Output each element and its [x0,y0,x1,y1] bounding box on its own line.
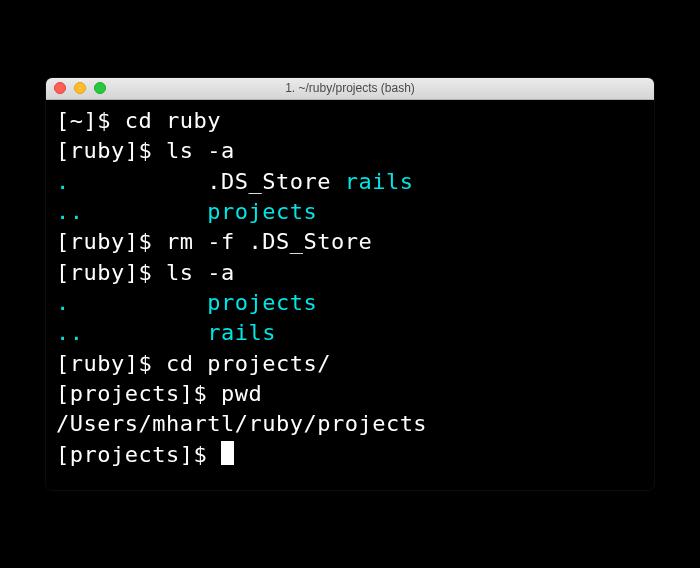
terminal-line: /Users/mhartl/ruby/projects [56,409,644,439]
ls-entry: .DS_Store [207,169,344,194]
prompt: [projects]$ [56,381,221,406]
ls-entry-dir: projects [207,290,317,315]
command-text: pwd [221,381,262,406]
terminal-line: .. projects [56,197,644,227]
terminal-line: [ruby]$ rm -f .DS_Store [56,227,644,257]
terminal-line: [ruby]$ ls -a [56,258,644,288]
maximize-icon[interactable] [94,82,106,94]
ls-entry: . [56,169,207,194]
close-icon[interactable] [54,82,66,94]
terminal-line: . projects [56,288,644,318]
ls-entry: .. [56,199,207,224]
window-title: 1. ~/ruby/projects (bash) [46,81,654,95]
traffic-lights [54,82,106,94]
prompt: [projects]$ [56,442,221,467]
ls-entry-dir: rails [207,320,276,345]
terminal-line: [projects]$ pwd [56,379,644,409]
minimize-icon[interactable] [74,82,86,94]
terminal-line: [ruby]$ cd projects/ [56,349,644,379]
terminal-line: .. rails [56,318,644,348]
ls-entry: . [56,290,207,315]
terminal-line: [ruby]$ ls -a [56,136,644,166]
terminal-body[interactable]: [~]$ cd ruby [ruby]$ ls -a . .DS_Store r… [46,100,654,490]
ls-entry-dir: projects [207,199,317,224]
prompt: [ruby]$ [56,351,166,376]
cursor-icon [221,441,234,465]
command-text: cd ruby [125,108,221,133]
prompt: [ruby]$ [56,229,166,254]
terminal-line: [~]$ cd ruby [56,106,644,136]
terminal-window: 1. ~/ruby/projects (bash) [~]$ cd ruby [… [46,78,654,490]
ls-entry: .. [56,320,207,345]
terminal-line: [projects]$ [56,440,644,470]
prompt: [ruby]$ [56,260,166,285]
command-text: cd projects/ [166,351,331,376]
output-text: /Users/mhartl/ruby/projects [56,411,427,436]
terminal-line: . .DS_Store rails [56,167,644,197]
command-text: ls -a [166,138,235,163]
titlebar: 1. ~/ruby/projects (bash) [46,78,654,100]
command-text: ls -a [166,260,235,285]
prompt: [ruby]$ [56,138,166,163]
prompt: [~]$ [56,108,125,133]
command-text: rm -f .DS_Store [166,229,372,254]
ls-entry-dir: rails [345,169,414,194]
